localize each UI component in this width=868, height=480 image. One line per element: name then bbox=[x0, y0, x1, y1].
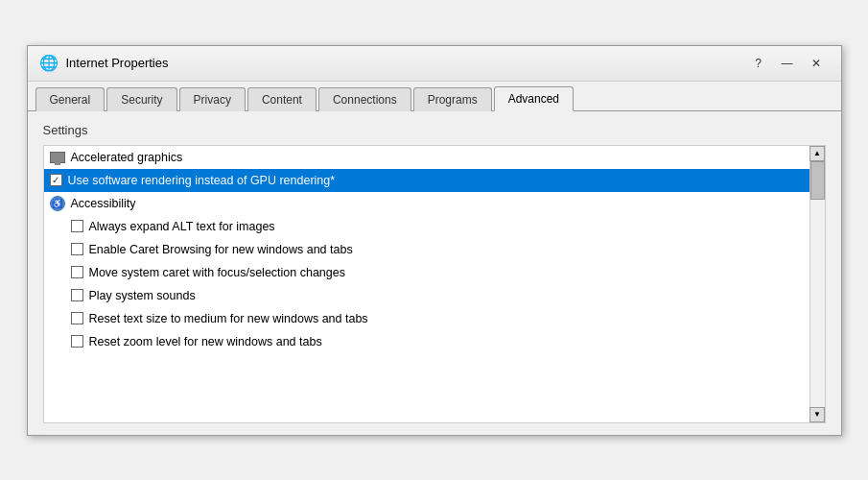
list-item[interactable]: Reset text size to medium for new window… bbox=[44, 307, 809, 330]
tab-connections[interactable]: Connections bbox=[318, 87, 411, 111]
scrollbar[interactable]: ▲ ▼ bbox=[810, 145, 826, 423]
list-item[interactable]: Always expand ALT text for images bbox=[44, 215, 809, 238]
window-title: Internet Properties bbox=[66, 56, 169, 70]
minimize-button[interactable]: — bbox=[774, 54, 801, 73]
scroll-down-arrow[interactable]: ▼ bbox=[809, 407, 825, 422]
close-button[interactable]: ✕ bbox=[803, 54, 830, 73]
help-button[interactable]: ? bbox=[745, 54, 772, 73]
checkbox-reset-text-size[interactable] bbox=[71, 312, 83, 324]
monitor-icon bbox=[50, 152, 65, 163]
list-item[interactable]: Play system sounds bbox=[44, 284, 809, 307]
tabs-bar: General Security Privacy Content Connect… bbox=[28, 82, 841, 111]
settings-list[interactable]: Accelerated graphics Use software render… bbox=[43, 145, 810, 423]
accessibility-icon: ♿ bbox=[50, 196, 65, 211]
tab-privacy[interactable]: Privacy bbox=[179, 87, 246, 111]
tab-security[interactable]: Security bbox=[106, 87, 176, 111]
list-item[interactable]: Use software rendering instead of GPU re… bbox=[44, 169, 809, 192]
scroll-thumb[interactable] bbox=[810, 161, 825, 200]
list-item[interactable]: ♿ Accessibility bbox=[44, 192, 809, 215]
window-controls: ? — ✕ bbox=[745, 54, 830, 73]
settings-group-label: Settings bbox=[43, 123, 826, 137]
checkbox-system-caret[interactable] bbox=[71, 266, 83, 278]
list-item[interactable]: Move system caret with focus/selection c… bbox=[44, 261, 809, 284]
scroll-track[interactable] bbox=[810, 161, 825, 407]
dialog-window: 🌐 Internet Properties ? — ✕ General Secu… bbox=[27, 45, 842, 436]
tab-general[interactable]: General bbox=[35, 87, 106, 111]
title-bar-left: 🌐 Internet Properties bbox=[39, 54, 169, 73]
title-bar: 🌐 Internet Properties ? — ✕ bbox=[28, 46, 841, 82]
checkbox-system-sounds[interactable] bbox=[71, 289, 83, 301]
app-icon: 🌐 bbox=[39, 54, 59, 73]
dialog-body: Settings Accelerated graphics Use softwa… bbox=[28, 111, 841, 435]
tab-advanced[interactable]: Advanced bbox=[494, 86, 574, 111]
list-item[interactable]: Enable Caret Browsing for new windows an… bbox=[44, 238, 809, 261]
list-item[interactable]: Accelerated graphics bbox=[44, 146, 809, 169]
checkbox-alt-text[interactable] bbox=[71, 220, 83, 232]
checkbox-caret-browsing[interactable] bbox=[71, 243, 83, 255]
checkbox-software-rendering[interactable] bbox=[50, 174, 62, 186]
checkbox-reset-zoom[interactable] bbox=[71, 335, 83, 348]
list-item[interactable]: Reset zoom level for new windows and tab… bbox=[44, 330, 809, 353]
scroll-up-arrow[interactable]: ▲ bbox=[809, 146, 825, 161]
settings-container: Accelerated graphics Use software render… bbox=[43, 145, 826, 423]
tab-programs[interactable]: Programs bbox=[413, 87, 492, 111]
tab-content[interactable]: Content bbox=[247, 87, 317, 111]
